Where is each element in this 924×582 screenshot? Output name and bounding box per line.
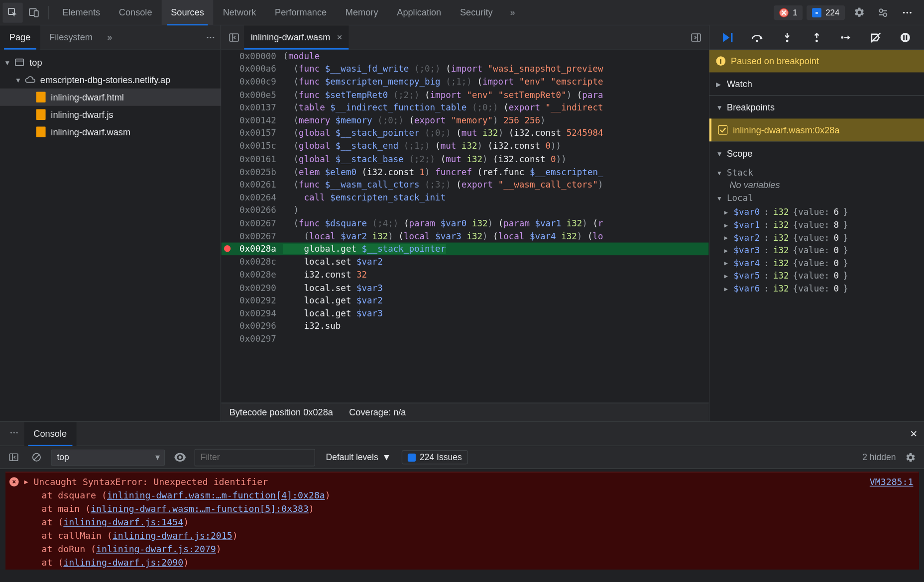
scope-variable[interactable]: ▶$var6: i32 {value: 0} [709, 282, 924, 295]
tree-top[interactable]: ▼ top [0, 54, 221, 71]
code-line[interactable]: 0x0028a global.get $__stack_pointer [221, 243, 708, 256]
devtools-tab-memory[interactable]: Memory [336, 0, 387, 25]
toggle-debugger-icon[interactable] [686, 27, 706, 47]
code-line[interactable]: 0x00137 (table $__indirect_function_tabl… [221, 101, 708, 114]
code-line[interactable]: 0x0028c local.set $var2 [221, 255, 708, 268]
tree-file[interactable]: inlining-dwarf.wasm [0, 123, 221, 141]
toggle-navigator-icon[interactable] [224, 27, 244, 47]
breakpoints-section-header[interactable]: ▼ Breakpoints [709, 96, 924, 119]
code-line[interactable]: 0x0028e i32.const 32 [221, 268, 708, 281]
clear-console-icon[interactable] [28, 449, 44, 465]
gutter[interactable]: 0x000c9 [221, 75, 283, 88]
code-line[interactable]: 0x00297 [221, 333, 708, 346]
step-over-icon[interactable] [750, 29, 766, 45]
devtools-tab-application[interactable]: Application [387, 0, 451, 25]
devtools-tab-network[interactable]: Network [214, 0, 265, 25]
gutter[interactable]: 0x0028c [221, 255, 283, 268]
code-line[interactable]: 0x00261 (func $__wasm_call_ctors (;3;) (… [221, 178, 708, 191]
gutter[interactable]: 0x00294 [221, 307, 283, 320]
issues-pill[interactable]: ≡ 224 [807, 5, 845, 20]
devtools-tab-elements[interactable]: Elements [53, 0, 110, 25]
scope-section-header[interactable]: ▼ Scope [709, 142, 924, 165]
navigator-tab-page[interactable]: Page [0, 25, 40, 49]
gutter[interactable]: 0x00296 [221, 320, 283, 333]
scope-variable[interactable]: ▶$var4: i32 {value: 0} [709, 257, 924, 270]
live-expression-icon[interactable] [172, 449, 188, 465]
gutter[interactable]: 0x00157 [221, 127, 283, 140]
watch-section-header[interactable]: ▶ Watch [709, 72, 924, 95]
code-line[interactable]: 0x000a6 (func $__wasi_fd_write (;0;) (im… [221, 63, 708, 76]
devtools-tab-sources[interactable]: Sources [161, 0, 213, 25]
drawer-kebab-icon[interactable] [4, 428, 24, 440]
gutter[interactable]: 0x00264 [221, 191, 283, 204]
navigator-kebab-icon[interactable] [201, 32, 221, 42]
step-icon[interactable] [838, 29, 854, 45]
more-nav-tabs-icon[interactable]: » [102, 32, 117, 42]
customize-icon[interactable] [873, 2, 893, 22]
scope-variable[interactable]: ▶$var5: i32 {value: 0} [709, 269, 924, 282]
console-output[interactable]: VM3285:1 × ▶ Uncaught SyntaxError: Unexp… [0, 469, 924, 570]
code-line[interactable]: 0x00266 ) [221, 204, 708, 217]
gutter[interactable]: 0x00000 [221, 50, 283, 63]
gutter[interactable]: 0x00161 [221, 153, 283, 166]
code-line[interactable]: 0x00296 i32.sub [221, 320, 708, 333]
breakpoint-dot-icon[interactable] [224, 245, 231, 252]
log-levels-selector[interactable]: Default levels ▼ [322, 449, 395, 466]
more-tabs-chevrons-icon[interactable]: » [503, 7, 522, 17]
stack-link[interactable]: inlining-dwarf.wasm:…m-function[4]:0x28a [107, 490, 325, 501]
error-expand-icon[interactable]: ▶ [24, 475, 28, 488]
kebab-menu-icon[interactable] [897, 2, 917, 22]
gutter[interactable]: 0x0015c [221, 140, 283, 153]
tree-domain[interactable]: ▼ emscripten-dbg-stories.netlify.ap [0, 71, 221, 89]
errors-pill[interactable]: 1 [774, 5, 803, 20]
gutter[interactable]: 0x00137 [221, 101, 283, 114]
code-line[interactable]: 0x00290 local.set $var3 [221, 281, 708, 294]
gutter[interactable]: 0x00267 [221, 230, 283, 243]
gutter[interactable]: 0x00297 [221, 333, 283, 346]
filter-input[interactable] [195, 449, 315, 466]
settings-gear-icon[interactable] [849, 2, 869, 22]
breakpoint-row[interactable]: inlining-dwarf.wasm:0x28a [709, 118, 924, 141]
gutter[interactable]: 0x00292 [221, 294, 283, 307]
stack-link[interactable]: inlining-dwarf.wasm:…m-function[5]:0x383 [91, 503, 309, 514]
context-selector[interactable]: top [51, 449, 165, 465]
code-line[interactable]: 0x00000(module [221, 50, 708, 63]
code-line[interactable]: 0x00161 (global $__stack_base (;2;) (mut… [221, 153, 708, 166]
close-drawer-icon[interactable]: × [908, 424, 920, 444]
code-line[interactable]: 0x000c9 (func $emscripten_memcpy_big (;1… [221, 75, 708, 88]
gutter[interactable]: 0x000a6 [221, 63, 283, 76]
gutter[interactable]: 0x00261 [221, 178, 283, 191]
code-line[interactable]: 0x00294 local.get $var3 [221, 307, 708, 320]
gutter[interactable]: 0x0025b [221, 165, 283, 178]
scope-local-header[interactable]: ▼ Local [709, 191, 924, 206]
gutter[interactable]: 0x00290 [221, 281, 283, 294]
code-line[interactable]: 0x00267 (func $dsquare (;4;) (param $var… [221, 217, 708, 230]
gutter[interactable]: 0x000e5 [221, 88, 283, 101]
gutter[interactable]: 0x00267 [221, 217, 283, 230]
code-line[interactable]: 0x00264 call $emscripten_stack_init [221, 191, 708, 204]
code-line[interactable]: 0x00157 (global $__stack_pointer (;0;) (… [221, 127, 708, 140]
tree-file[interactable]: inlining-dwarf.js [0, 106, 221, 123]
scope-variable[interactable]: ▶$var1: i32 {value: 8} [709, 218, 924, 231]
deactivate-breakpoints-icon[interactable] [868, 29, 884, 45]
navigator-tab-filesystem[interactable]: Filesystem [40, 25, 102, 49]
close-tab-icon[interactable]: × [337, 32, 343, 42]
stack-link[interactable]: inlining-dwarf.js:2079 [96, 543, 216, 554]
gutter[interactable]: 0x00142 [221, 114, 283, 127]
tree-file[interactable]: inlining-dwarf.html [0, 89, 221, 106]
stack-link[interactable]: inlining-dwarf.js:1454 [63, 516, 183, 527]
scope-variable[interactable]: ▶$var2: i32 {value: 0} [709, 231, 924, 244]
pause-exceptions-icon[interactable] [897, 29, 913, 45]
checkbox-checked-icon[interactable] [718, 125, 728, 135]
devtools-tab-console[interactable]: Console [110, 0, 161, 25]
code-line[interactable]: 0x0015c (global $__stack_end (;1;) (mut … [221, 140, 708, 153]
code-line[interactable]: 0x00267 (local $var2 i32) (local $var3 i… [221, 230, 708, 243]
stack-link[interactable]: inlining-dwarf.js:2015 [113, 530, 232, 541]
scope-variable[interactable]: ▶$var0: i32 {value: 6} [709, 205, 924, 218]
scope-stack-header[interactable]: ▼ Stack [709, 165, 924, 180]
console-settings-gear-icon[interactable] [903, 449, 919, 465]
code-line[interactable]: 0x00142 (memory $memory (;0;) (export "m… [221, 114, 708, 127]
gutter[interactable]: 0x00266 [221, 204, 283, 217]
code-editor[interactable]: 0x00000(module0x000a6 (func $__wasi_fd_w… [221, 50, 708, 403]
step-into-icon[interactable] [779, 29, 795, 45]
